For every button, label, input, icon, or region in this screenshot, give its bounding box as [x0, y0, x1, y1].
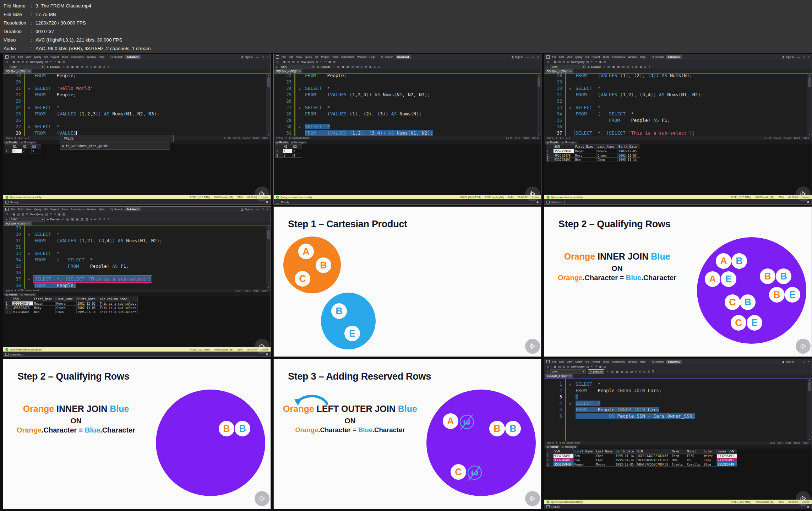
menu-window[interactable]: Window [627, 360, 638, 363]
results-grid-icon[interactable]: ▦ [76, 65, 79, 69]
scroll-thumb[interactable] [808, 382, 811, 391]
menu-file[interactable]: File [552, 360, 557, 363]
fold-arrow-icon[interactable]: ∨ [28, 251, 30, 257]
menu-git[interactable]: Git [44, 55, 48, 59]
parse-check-icon[interactable]: ✓ [62, 218, 64, 221]
grid-cell[interactable]: Toyota [671, 462, 686, 467]
paste-icon[interactable]: ▥ [62, 60, 65, 64]
search-box[interactable]: Search [652, 360, 664, 363]
nav-history-icon[interactable]: ⊙ [6, 213, 8, 216]
scroll-thumb[interactable] [808, 77, 811, 87]
scroll-up-icon[interactable]: ▴ [809, 379, 810, 381]
database-combo[interactable]: DMV▾ [550, 65, 586, 69]
sign-in-button[interactable]: Sign in [511, 55, 523, 59]
new-query-button[interactable]: New Query [571, 365, 585, 368]
grid-cell[interactable]: 355295949 [554, 149, 574, 153]
scroll-down-icon[interactable]: ▾ [268, 134, 269, 136]
search-box[interactable]: Search [110, 55, 123, 59]
menu-tools[interactable]: Tools [603, 360, 610, 363]
grid-cell[interactable]: 1 [283, 149, 293, 153]
column-header[interactable]: N1 [283, 145, 293, 149]
menu-query[interactable]: Query [304, 55, 312, 59]
grid-cell[interactable]: Chen [597, 158, 618, 162]
column-header[interactable]: SSN [12, 297, 33, 301]
search-box[interactable]: Search [652, 55, 664, 59]
menu-view[interactable]: View [566, 55, 573, 59]
menu-view[interactable]: View [296, 55, 302, 59]
nav-history-icon[interactable]: ⊙ [547, 365, 549, 368]
row-number[interactable]: 1 [276, 149, 283, 153]
results-tab[interactable]: ▦Results [4, 293, 18, 296]
grid-cell[interactable]: 1995-01-14 [615, 454, 637, 458]
results-tab[interactable]: ▦Results [275, 141, 289, 144]
results-tab[interactable]: ▦Results [545, 141, 560, 144]
menu-edit[interactable]: Edit [559, 55, 564, 59]
menu-git[interactable]: Git [585, 360, 589, 363]
row-number[interactable]: 2 [276, 153, 283, 158]
zoom-level[interactable]: 200 % [276, 137, 283, 140]
menu-query[interactable]: Query [34, 208, 42, 211]
stats-icon[interactable]: ♦ [91, 65, 92, 69]
scroll-thumb[interactable] [538, 77, 540, 87]
tab-close-icon[interactable]: × [299, 70, 300, 73]
dot-icon[interactable]: · [10, 60, 11, 64]
grid-cell[interactable]: 1995-01-14 [618, 158, 640, 162]
menu-help[interactable]: Help [639, 360, 645, 363]
grid-cell[interactable]: White [703, 454, 717, 458]
grid-cell[interactable]: 495592478 [12, 306, 33, 310]
menu-view[interactable]: View [25, 55, 32, 59]
menu-help[interactable]: Help [639, 55, 645, 59]
copy-icon[interactable]: ▣ [58, 60, 61, 64]
grid-cell[interactable]: Chen [595, 454, 615, 458]
document-tab[interactable]: SQLQue_e (58))*× [4, 221, 32, 225]
grid-cell[interactable]: Rory [33, 306, 56, 310]
column-header[interactable]: N2 [293, 145, 302, 149]
row-number[interactable]: 3 [546, 462, 554, 467]
grid-cell[interactable]: Megan [33, 301, 56, 306]
scroll-up-icon[interactable]: ▴ [809, 74, 810, 77]
grid-cell[interactable]: Moore [595, 462, 615, 467]
open-file-icon[interactable]: ▣ [554, 365, 556, 368]
menu-file[interactable]: File [552, 55, 557, 59]
parse-check-icon[interactable]: ✓ [603, 65, 605, 69]
results-tab[interactable]: ▦Results [545, 445, 560, 449]
grid-cell[interactable]: 355295949 [554, 462, 574, 467]
menu-window[interactable]: Window [357, 55, 367, 59]
outline-icon[interactable]: ≣ [99, 65, 101, 69]
plan-icon[interactable]: ▧ [356, 65, 359, 69]
grid-cell[interactable]: 933298491 [554, 454, 574, 458]
swap-icon[interactable]: ⇄ [639, 370, 641, 373]
new-query-icon[interactable]: ⊞ [567, 60, 570, 64]
save-all-icon[interactable]: ▥ [22, 213, 24, 216]
grid-cell[interactable]: 495592478 [554, 153, 574, 158]
row-number[interactable]: 2 [5, 306, 12, 310]
zoom-level[interactable]: 200 % [6, 289, 13, 292]
swap-icon[interactable]: ⇄ [635, 65, 638, 69]
row-number[interactable]: 1 [546, 149, 554, 153]
results-grid-icon[interactable]: ▦ [621, 370, 623, 373]
new-query-button[interactable]: New Query [301, 60, 314, 64]
menu-extensions[interactable]: Extensions [341, 55, 355, 59]
grid-cell[interactable]: Chen [595, 458, 615, 462]
messages-tab[interactable]: ▤Messages [19, 293, 37, 296]
column-header[interactable]: First_Name [574, 145, 597, 149]
code-editor[interactable]: 1∨SELECT *2FROM People CROSS JOIN Cars;3… [544, 379, 807, 441]
grid-cell[interactable]: Chen [56, 310, 77, 314]
menu-extensions[interactable]: Extensions [611, 55, 625, 59]
plan-icon[interactable]: ▧ [630, 370, 633, 373]
script-icon[interactable]: ▤ [586, 365, 589, 368]
swap-icon[interactable]: ⇄ [365, 65, 367, 69]
column-header[interactable]: Birth_Date [615, 449, 637, 454]
open-file-icon[interactable]: ▣ [12, 60, 15, 64]
parse-icon[interactable]: ▤ [337, 65, 340, 69]
editor-scrollbar[interactable]: ▴▾ [266, 226, 271, 289]
minimize-button[interactable]: — [526, 55, 529, 59]
parse-icon[interactable]: ▤ [607, 65, 610, 69]
code-editor[interactable]: 22FROM People;2324∨SELECT *25FROM (VALUE… [274, 74, 537, 136]
dot-icon[interactable]: · [280, 60, 282, 64]
menu-tools[interactable]: Tools [61, 55, 69, 59]
scroll-up-icon[interactable]: ▴ [538, 74, 540, 77]
grid-cell[interactable]: 4 [293, 153, 302, 158]
tab-close-icon[interactable]: × [569, 70, 571, 73]
open-file-icon[interactable]: ▣ [283, 60, 286, 64]
